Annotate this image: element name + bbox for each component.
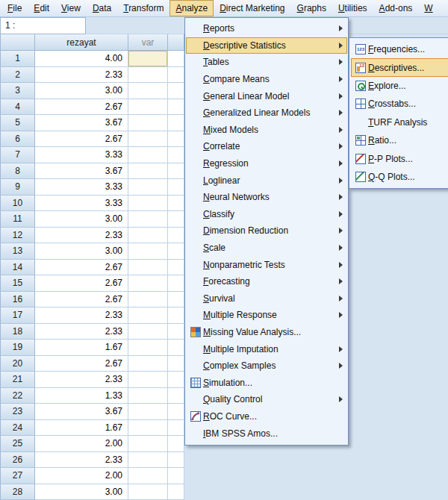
menu-item-ibm-spss-amos[interactable]: IBM SPSS Amos... xyxy=(186,425,347,442)
data-cell-empty[interactable] xyxy=(168,131,184,148)
data-cell-empty[interactable] xyxy=(168,292,184,308)
data-cell-var[interactable] xyxy=(128,51,168,67)
menubar-item-transform[interactable]: Transform xyxy=(117,0,169,16)
menu-item-tables[interactable]: Tables xyxy=(186,54,347,71)
data-cell-empty[interactable] xyxy=(168,260,184,276)
data-cell-empty[interactable] xyxy=(168,307,184,324)
data-cell-var[interactable] xyxy=(128,228,168,244)
submenu-item-crosstabs[interactable]: Crosstabs... xyxy=(351,95,448,113)
data-cell-var[interactable] xyxy=(128,99,168,116)
submenu-item-pp-plots[interactable]: P-P Plots... xyxy=(351,149,448,167)
data-cell-var[interactable] xyxy=(128,356,168,372)
data-cell-empty[interactable] xyxy=(168,228,184,244)
data-cell-var[interactable] xyxy=(128,131,168,148)
submenu-item-frequencies[interactable]: Frequencies... xyxy=(351,40,448,58)
menu-item-survival[interactable]: Survival xyxy=(186,290,347,307)
menu-item-reports[interactable]: Reports xyxy=(186,20,347,37)
data-cell-var[interactable] xyxy=(128,468,168,484)
menu-item-quality-control[interactable]: Quality Control xyxy=(186,391,347,408)
data-cell-rezayat[interactable]: 3.67 xyxy=(35,115,128,131)
data-cell-empty[interactable] xyxy=(168,51,184,67)
data-cell-var[interactable] xyxy=(128,196,168,212)
data-cell-empty[interactable] xyxy=(168,372,184,388)
row-number[interactable]: 20 xyxy=(0,356,35,372)
row-number[interactable]: 14 xyxy=(0,260,35,276)
menu-item-neural-networks[interactable]: Neural Networks xyxy=(186,189,347,206)
data-cell-rezayat[interactable]: 2.33 xyxy=(35,452,128,469)
data-cell-var[interactable] xyxy=(128,307,168,324)
row-number[interactable]: 18 xyxy=(0,324,35,340)
row-number[interactable]: 12 xyxy=(0,228,35,244)
submenu-item-explore[interactable]: Explore... xyxy=(351,77,448,95)
data-cell-rezayat[interactable]: 2.00 xyxy=(35,436,128,452)
data-cell-rezayat[interactable]: 3.33 xyxy=(35,179,128,196)
data-cell-var[interactable] xyxy=(128,324,168,340)
row-number[interactable]: 16 xyxy=(0,292,35,308)
submenu-item-qq-plots[interactable]: Q-Q Plots... xyxy=(351,168,448,186)
data-cell-var[interactable] xyxy=(128,420,168,437)
data-cell-var[interactable] xyxy=(128,163,168,180)
row-number[interactable]: 17 xyxy=(0,307,35,324)
data-cell-rezayat[interactable]: 1.67 xyxy=(35,340,128,356)
data-cell-rezayat[interactable]: 2.67 xyxy=(35,292,128,308)
data-cell-rezayat[interactable]: 2.67 xyxy=(35,99,128,116)
data-cell-var[interactable] xyxy=(128,404,168,420)
data-cell-rezayat[interactable]: 2.33 xyxy=(35,228,128,244)
data-cell-rezayat[interactable]: 1.67 xyxy=(35,420,128,437)
row-number[interactable]: 27 xyxy=(0,468,35,484)
data-cell-var[interactable] xyxy=(128,260,168,276)
row-number[interactable]: 4 xyxy=(0,99,35,116)
menu-item-generalized-linear-models[interactable]: Generalized Linear Models xyxy=(186,104,347,122)
menu-item-regression[interactable]: Regression xyxy=(186,155,347,172)
menubar-item-window[interactable]: W xyxy=(418,0,438,16)
data-cell-empty[interactable] xyxy=(168,388,184,404)
data-cell-var[interactable] xyxy=(128,67,168,84)
data-cell-rezayat[interactable]: 2.33 xyxy=(35,324,128,340)
row-number[interactable]: 15 xyxy=(0,275,35,292)
data-cell-rezayat[interactable]: 2.00 xyxy=(35,468,128,484)
submenu-item-ratio[interactable]: Ratio... xyxy=(351,131,448,149)
data-cell-var[interactable] xyxy=(128,275,168,292)
data-cell-var[interactable] xyxy=(128,211,168,228)
menubar-item-utilities[interactable]: Utilities xyxy=(332,0,373,16)
menu-item-missing-value-analysis[interactable]: Missing Value Analysis... xyxy=(186,324,347,341)
data-cell-var[interactable] xyxy=(128,292,168,308)
data-cell-rezayat[interactable]: 2.33 xyxy=(35,67,128,84)
data-cell-empty[interactable] xyxy=(168,179,184,196)
menu-item-scale[interactable]: Scale xyxy=(186,240,347,257)
data-cell-var[interactable] xyxy=(128,388,168,404)
row-number[interactable]: 5 xyxy=(0,115,35,131)
data-cell-var[interactable] xyxy=(128,243,168,260)
data-cell-empty[interactable] xyxy=(168,196,184,212)
row-number[interactable]: 1 xyxy=(0,51,35,67)
menu-item-correlate[interactable]: Correlate xyxy=(186,138,347,155)
row-number[interactable]: 24 xyxy=(0,420,35,437)
data-cell-rezayat[interactable]: 2.67 xyxy=(35,131,128,148)
row-number[interactable]: 9 xyxy=(0,179,35,196)
column-header-rezayat[interactable]: rezayat xyxy=(35,34,128,51)
data-cell-rezayat[interactable]: 4.00 xyxy=(35,51,128,67)
data-cell-rezayat[interactable]: 2.67 xyxy=(35,260,128,276)
data-cell-var[interactable] xyxy=(128,484,168,500)
data-cell-var[interactable] xyxy=(128,436,168,452)
column-header-var[interactable]: var xyxy=(128,34,168,51)
data-cell-rezayat[interactable]: 1.33 xyxy=(35,388,128,404)
menu-item-roc-curve[interactable]: ROC Curve... xyxy=(186,408,347,425)
menu-item-general-linear-model[interactable]: General Linear Model xyxy=(186,87,347,104)
data-cell-empty[interactable] xyxy=(168,243,184,260)
data-cell-rezayat[interactable]: 3.33 xyxy=(35,147,128,163)
menu-item-descriptive-statistics[interactable]: Descriptive Statistics xyxy=(186,37,347,54)
menu-item-multiple-imputation[interactable]: Multiple Imputation xyxy=(186,340,347,357)
data-cell-empty[interactable] xyxy=(168,83,184,99)
data-cell-var[interactable] xyxy=(128,115,168,131)
menu-item-simulation[interactable]: Simulation... xyxy=(186,374,347,391)
row-number[interactable]: 26 xyxy=(0,452,35,469)
data-cell-empty[interactable] xyxy=(168,211,184,228)
menu-item-mixed-models[interactable]: Mixed Models xyxy=(186,122,347,139)
data-cell-empty[interactable] xyxy=(168,340,184,356)
menubar-item-add-ons[interactable]: Add-ons xyxy=(373,0,419,16)
grid-corner-cell[interactable] xyxy=(0,34,35,51)
data-cell-var[interactable] xyxy=(128,452,168,469)
row-number[interactable]: 25 xyxy=(0,436,35,452)
data-cell-empty[interactable] xyxy=(168,468,184,484)
